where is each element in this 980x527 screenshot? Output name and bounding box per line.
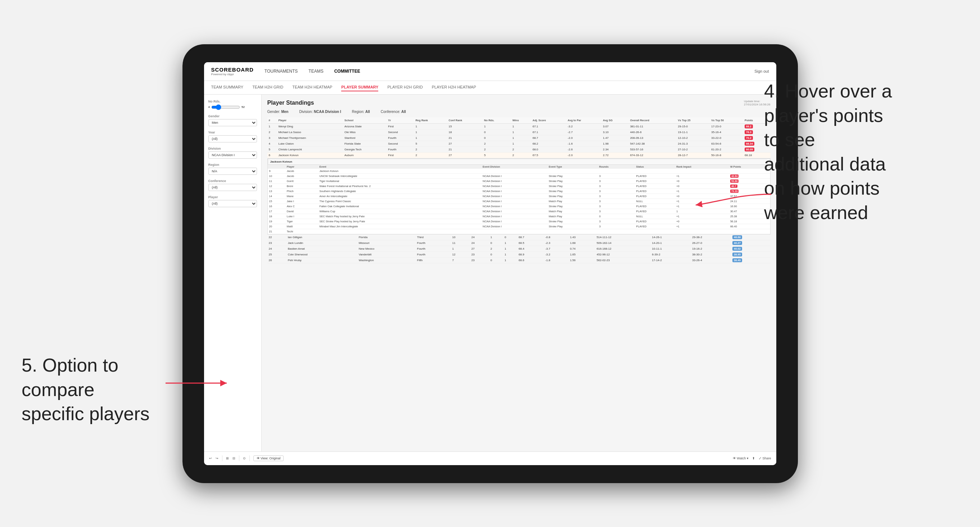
nav-items: TOURNAMENTS TEAMS COMMITTEE — [264, 67, 754, 75]
t-rounds: 3 — [598, 183, 635, 189]
tab-team-h2h-heatmap[interactable]: TEAM H2H HEATMAP — [292, 83, 332, 91]
t-event: Tiger Invitational — [318, 178, 481, 183]
view-original-button[interactable]: 👁 View: Original — [253, 456, 284, 461]
t-rank: +0 — [675, 219, 729, 224]
t-type: Stroke Play — [547, 224, 598, 229]
copy-button[interactable]: ⊞ — [226, 457, 229, 460]
adj-score: 68.4 — [517, 246, 544, 251]
tooltip-row: 20 Mattl Miirabel Maui Jim Intercollegia… — [268, 224, 770, 229]
redo-button[interactable]: ↪ — [216, 457, 218, 460]
t-idx: 12 — [268, 183, 285, 189]
tooltip-row: 19 Tiger SEC Stroke Play hosted by Jerry… — [268, 219, 770, 224]
record: 616-168-12 — [595, 246, 651, 251]
player-name[interactable]: Michael Thorbjornsen — [277, 135, 343, 141]
nav-tournaments[interactable]: TOURNAMENTS — [264, 67, 298, 75]
vs25: 12-10-2 — [676, 135, 710, 141]
player-name[interactable]: Jackson Koivun — [277, 152, 343, 158]
gender-select[interactable]: Men — [208, 119, 257, 126]
t-player: Mane — [285, 194, 318, 198]
vs25: 14-20-1 — [650, 240, 690, 246]
yr: Second — [387, 141, 414, 146]
tab-team-h2h-grid[interactable]: TEAM H2H GRID — [252, 83, 283, 91]
t-rounds: 3 — [598, 198, 635, 203]
tab-player-summary[interactable]: PLAYER SUMMARY — [341, 83, 378, 91]
division-select[interactable]: NCAA Division I — [208, 151, 257, 159]
export-button[interactable]: ⬆ — [752, 457, 755, 460]
school: Stanford — [343, 135, 387, 141]
t-type: Match Play — [547, 198, 598, 203]
avg-sg: 1.68 — [569, 240, 595, 246]
t-division: NCAA Division I — [481, 173, 547, 178]
main-panel: Player Standings Update time: 27/01/2024… — [262, 95, 776, 451]
sign-out-link[interactable]: Sign out — [754, 69, 769, 73]
record: 452-96-12 — [595, 251, 651, 257]
player-select[interactable]: (All) — [208, 200, 257, 207]
t-division: NCAA Division I — [481, 209, 547, 214]
year-select[interactable]: (All) — [208, 135, 257, 143]
tab-team-summary[interactable]: TEAM SUMMARY — [211, 83, 243, 91]
gender-label: Gender — [208, 114, 257, 118]
player-name[interactable]: Petr Hruby — [286, 257, 357, 263]
points[interactable]: 38.95 — [731, 251, 770, 257]
to-par: -1.8 — [544, 257, 569, 263]
tab-player-h2h-heatmap[interactable]: PLAYER H2H HEATMAP — [432, 83, 476, 91]
player-name[interactable]: Christo Lamprecht — [277, 146, 343, 152]
player-name[interactable]: Ian Gilligan — [286, 235, 357, 240]
conference-select[interactable]: (All) — [208, 184, 257, 191]
region-select[interactable]: N/A — [208, 168, 257, 175]
t-idx: 19 — [268, 219, 285, 224]
paste-button[interactable]: ⊟ — [232, 457, 235, 460]
vs25: 24-31-3 — [676, 141, 710, 146]
rank: 5 — [267, 146, 277, 152]
conf-rank: 27 — [470, 246, 489, 251]
player-name[interactable]: Wenyi Ding — [277, 124, 343, 129]
t-type: Stroke Play — [547, 178, 598, 183]
player-name[interactable]: Bastien Amat — [286, 246, 357, 251]
reg-rank: 1 — [451, 246, 470, 251]
tab-player-h2h-grid[interactable]: PLAYER H2H GRID — [387, 83, 423, 91]
t-rounds: 3 — [598, 224, 635, 229]
t-event: Miirabel Maui Jim Intercollegiate — [318, 224, 481, 229]
to-par: -2.6 — [566, 146, 601, 152]
avg-sg: 1.43 — [569, 235, 595, 240]
nav-committee[interactable]: COMMITTEE — [334, 67, 360, 75]
t-wpoints — [729, 229, 770, 234]
table-row: 1 Wenyi Ding Arizona State First 1 15 1 … — [267, 124, 770, 129]
title-area: Player Standings — [267, 100, 314, 106]
player-name[interactable]: Jack Lundin — [286, 240, 357, 246]
wins: 1 — [511, 129, 531, 135]
yr: Fourth — [416, 240, 451, 246]
t-status: PLAYED — [635, 189, 675, 194]
annotation-hover-points: 4. Hover over aplayer's pointsto seeaddi… — [764, 79, 951, 225]
points[interactable]: 38.49 — [731, 257, 770, 263]
player-name[interactable]: Michael La Sasso — [277, 129, 343, 135]
nav-teams[interactable]: TEAMS — [309, 67, 323, 75]
clock-button[interactable]: ⊙ — [243, 457, 246, 460]
to-par: -3.2 — [544, 251, 569, 257]
rds: 1 — [489, 235, 503, 240]
points[interactable]: 40.02 — [731, 246, 770, 251]
points[interactable]: 40.27 — [731, 240, 770, 246]
watch-button[interactable]: 👁 Watch ▾ — [733, 457, 749, 460]
col-rank: # — [267, 117, 277, 124]
t-division: NCAA Division I — [481, 214, 547, 219]
player-name[interactable]: Cole Sherwood — [286, 251, 357, 257]
player-name[interactable]: Luke Claton — [277, 141, 343, 146]
record: 514-111-12 — [595, 235, 651, 240]
yr: Fifth — [416, 257, 451, 263]
yr: Second — [387, 129, 414, 135]
undo-button[interactable]: ↩ — [209, 457, 212, 460]
t-type: Match Play — [547, 209, 598, 214]
vs25: 17-14-2 — [650, 257, 690, 263]
annotation-compare-players: 5. Option tocomparespecific players — [22, 353, 173, 426]
vs50: 35-16-4 — [710, 129, 743, 135]
sidebar-conference: Conference (All) — [208, 179, 257, 191]
no-rds-slider[interactable] — [211, 104, 240, 110]
share-button[interactable]: ⤢ Share — [759, 457, 771, 460]
t-idx: 18 — [268, 214, 285, 219]
points[interactable]: 48.68 — [731, 235, 770, 240]
rank: 25 — [267, 251, 286, 257]
t-rounds: 3 — [598, 209, 635, 214]
standings-table: # Player School Yr Reg Rank Conf Rank No… — [267, 117, 770, 158]
yr: Fourth — [416, 251, 451, 257]
